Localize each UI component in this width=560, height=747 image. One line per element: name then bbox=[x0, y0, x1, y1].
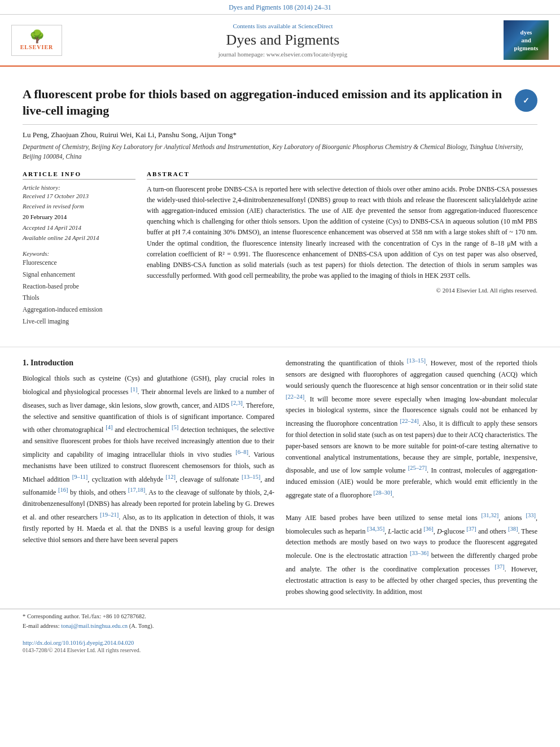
ref-36: [36] bbox=[423, 526, 434, 532]
keywords-label: Keywords: bbox=[23, 250, 135, 257]
sciencedirect-link[interactable]: Contents lists available at ScienceDirec… bbox=[62, 23, 504, 29]
email-link[interactable]: tonaj@mail.tsinghua.edu.cn bbox=[61, 623, 128, 629]
ref-22-24b: [22–24] bbox=[400, 418, 419, 424]
ref-37: [37] bbox=[466, 526, 476, 532]
ref-2-3: [2,3] bbox=[231, 400, 243, 406]
abstract-title: ABSTRACT bbox=[147, 171, 537, 180]
elsevier-logo: 🌳 ELSEVIER bbox=[11, 25, 62, 56]
keyword-signal: Signal enhancement bbox=[23, 269, 135, 281]
ref-17-18: [17,18] bbox=[128, 487, 146, 493]
article-title-section: A fluorescent probe for thiols based on … bbox=[23, 78, 537, 125]
history-block: Article history: Received 17 October 201… bbox=[23, 184, 135, 243]
crossmark-icon: ✓ bbox=[523, 96, 530, 106]
email-note: (A. Tong). bbox=[129, 623, 154, 629]
ref-31-32: [31,32] bbox=[482, 512, 499, 518]
keyword-imaging: Live-cell imaging bbox=[23, 316, 135, 327]
ref-4: [4] bbox=[106, 424, 112, 430]
authors-list: Lu Peng, Zhaojuan Zhou, Ruirui Wei, Kai … bbox=[23, 130, 537, 139]
intro-heading-text: 1. Introduction bbox=[23, 359, 73, 367]
email-label: E-mail address: bbox=[23, 623, 60, 629]
journal-citation: Dyes and Pigments 108 (2014) 24–31 bbox=[0, 0, 560, 15]
keyword-aie: Aggregation-induced emission bbox=[23, 304, 135, 316]
ref-5: [5] bbox=[172, 424, 178, 430]
article-info-panel: ARTICLE INFO Article history: Received 1… bbox=[23, 171, 135, 327]
article-body: ARTICLE INFO Article history: Received 1… bbox=[23, 171, 537, 327]
ref-33-36: [33–36] bbox=[410, 550, 428, 556]
left-column: 1. Introduction Biological thiols such a… bbox=[23, 356, 274, 597]
doi-text[interactable]: http://dx.doi.org/10.1016/j.dyepig.2014.… bbox=[0, 637, 560, 646]
intro-paragraph-2: demonstrating the quantification of thio… bbox=[286, 356, 537, 501]
abstract-body: A turn-on fluorescent probe DNBS-CSA is … bbox=[147, 185, 537, 280]
ref-38: [38] bbox=[508, 526, 518, 532]
footnote-corresponding: * Corresponding author. Tel./fax: +86 10… bbox=[23, 612, 537, 622]
accepted-date: Accepted 14 April 2014 bbox=[23, 222, 135, 233]
tree-icon: 🌳 bbox=[29, 30, 45, 43]
revised-date: Received in revised form 20 February 201… bbox=[23, 201, 135, 222]
intro-paragraph-1: Biological thiols such as cysteine (Cys)… bbox=[23, 373, 274, 545]
ref-12: [12] bbox=[166, 474, 176, 480]
footnote-email: E-mail address: tonaj@mail.tsinghua.edu.… bbox=[23, 622, 537, 631]
ref-22-24: [22–24] bbox=[286, 394, 304, 400]
abstract-section: ABSTRACT A turn-on fluorescent probe DNB… bbox=[147, 171, 537, 327]
keywords-block: Keywords: Fluorescence Signal enhancemen… bbox=[23, 250, 135, 327]
history-label: Article history: bbox=[23, 184, 135, 191]
received-date: Received 17 October 2013 bbox=[23, 191, 135, 202]
journal-title-area: Contents lists available at ScienceDirec… bbox=[62, 23, 504, 58]
ref-13-15b: [13–15] bbox=[407, 357, 426, 364]
main-content: 1. Introduction Biological thiols such a… bbox=[0, 356, 560, 609]
copyright-text: © 2014 Elsevier Ltd. All rights reserved… bbox=[147, 286, 537, 296]
keywords-list: Fluorescence Signal enhancement Reaction… bbox=[23, 257, 135, 327]
journal-header: 🌳 ELSEVIER Contents lists available at S… bbox=[0, 15, 560, 67]
issn-text: 0143-7208/© 2014 Elsevier Ltd. All right… bbox=[0, 646, 560, 659]
crossmark-badge[interactable]: ✓ bbox=[515, 89, 537, 112]
intro-heading: 1. Introduction bbox=[23, 359, 274, 368]
citation-text: Dyes and Pigments 108 (2014) 24–31 bbox=[229, 3, 331, 11]
sciencedirect-anchor[interactable]: ScienceDirect bbox=[298, 23, 333, 29]
ref-6-8: [6–8] bbox=[235, 449, 248, 455]
ref-28-30: [28–30] bbox=[374, 490, 392, 496]
ref-9-11: [9–11] bbox=[72, 474, 88, 480]
journal-title: Dyes and Pigments bbox=[62, 32, 504, 49]
contents-label: Contents lists available at bbox=[233, 23, 296, 29]
right-column: demonstrating the quantification of thio… bbox=[286, 356, 537, 597]
ref-16: [16] bbox=[58, 487, 68, 493]
intro-paragraph-3: Many AIE based probes have been utilized… bbox=[286, 510, 537, 598]
article-info-title: ARTICLE INFO bbox=[23, 171, 135, 180]
keyword-thiols: Thiols bbox=[23, 292, 135, 304]
abstract-text: A turn-on fluorescent probe DNBS-CSA is … bbox=[147, 184, 537, 296]
keyword-fluorescence: Fluorescence bbox=[23, 257, 135, 269]
ref-13-15: [13–15] bbox=[242, 474, 260, 480]
journal-homepage: journal homepage: www.elsevier.com/locat… bbox=[62, 51, 504, 58]
ref-34-35: [34,35] bbox=[368, 526, 385, 532]
ref-25-27: [25–27] bbox=[408, 465, 427, 471]
corresponding-author: * Corresponding author. Tel./fax: +86 10… bbox=[23, 613, 146, 619]
ref-37b: [37] bbox=[495, 563, 505, 570]
ref-19-21: [19–21] bbox=[100, 512, 119, 518]
publisher-logo-area: 🌳 ELSEVIER bbox=[11, 25, 62, 56]
online-date: Available online 24 April 2014 bbox=[23, 233, 135, 243]
affiliation: Department of Chemistry, Beijing Key Lab… bbox=[23, 142, 537, 162]
elsevier-label: ELSEVIER bbox=[20, 44, 54, 50]
ref-1: [1] bbox=[130, 386, 137, 392]
journal-cover-badge: dyes and pigments bbox=[504, 20, 549, 60]
section-divider bbox=[0, 347, 560, 347]
dates-list: Received 17 October 2013 Received in rev… bbox=[23, 191, 135, 243]
article-title: A fluorescent probe for thiols based on … bbox=[23, 86, 509, 119]
journal-badge-text: dyes and pigments bbox=[514, 28, 539, 53]
ref-33: [33] bbox=[526, 512, 536, 518]
footnote-area: * Corresponding author. Tel./fax: +86 10… bbox=[0, 609, 560, 637]
keyword-probe: Reaction-based probe bbox=[23, 281, 135, 292]
doi-link[interactable]: http://dx.doi.org/10.1016/j.dyepig.2014.… bbox=[23, 640, 134, 646]
content-area: A fluorescent probe for thiols based on … bbox=[0, 67, 560, 338]
